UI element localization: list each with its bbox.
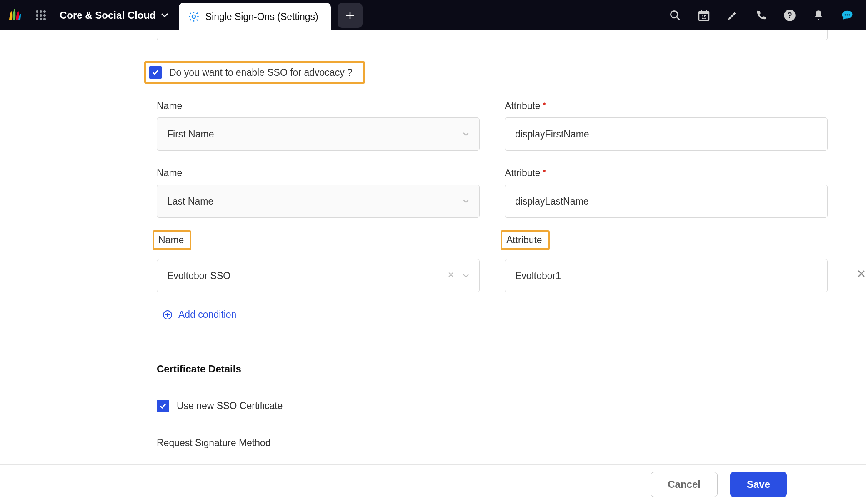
save-label: Save [747,479,770,490]
svg-rect-13 [701,10,702,12]
name-label: Name [157,100,182,112]
previous-field-remnant [157,30,828,40]
svg-point-1 [40,10,42,13]
cancel-label: Cancel [668,479,701,490]
workspace-label: Core & Social Cloud [60,10,156,21]
svg-text:15: 15 [701,15,706,20]
topbar-right: 15 ? [669,9,866,22]
attribute-input-custom[interactable]: Evoltobor1 [505,259,828,292]
use-new-cert-checkbox[interactable] [157,400,169,412]
topbar-left: Core & Social Cloud Single Sign-Ons (Set… [0,0,363,30]
chevron-down-icon [463,274,469,278]
request-signature-label: Request Signature Method [157,437,828,449]
name-select-value: First Name [167,129,214,140]
svg-point-20 [848,14,850,15]
name-select-lastname[interactable]: Last Name [157,185,480,218]
svg-point-3 [36,14,38,17]
tab-label: Single Sign-Ons (Settings) [205,11,318,22]
advocacy-sso-checkbox[interactable] [149,66,162,79]
name-select-value: Last Name [167,196,213,207]
bell-icon[interactable] [813,10,824,21]
attribute-input-lastname[interactable]: displayLastName [505,185,828,218]
chevron-down-icon [463,199,469,203]
name-select-value: Evoltobor SSO [167,270,230,282]
svg-point-18 [844,14,846,15]
attribute-label: Attribute [505,167,543,179]
help-icon[interactable]: ? [783,9,796,22]
svg-point-0 [36,10,38,13]
calendar-icon[interactable]: 15 [698,9,710,22]
mapping-row-1: Name First Name Attribute displayFirstNa… [157,100,828,151]
mapping-row-2: Name Last Name Attribute displayLastName [157,167,828,218]
name-select-custom[interactable]: Evoltobor SSO [157,259,480,292]
svg-text:?: ? [787,11,792,20]
search-icon[interactable] [669,10,681,21]
divider [254,369,828,369]
app-launcher[interactable] [28,0,53,30]
attribute-label-highlight: Attribute [501,230,550,250]
name-select-firstname[interactable]: First Name [157,117,480,151]
add-tab-button[interactable] [338,3,363,28]
attribute-input-firstname[interactable]: displayFirstName [505,117,828,151]
attribute-value: Evoltobor1 [515,270,561,282]
plus-icon [345,10,355,21]
chat-icon[interactable] [841,9,853,22]
chevron-down-icon [161,13,168,18]
use-new-cert-label: Use new SSO Certificate [177,400,283,412]
certificate-section-title: Certificate Details [157,363,241,375]
svg-point-10 [671,11,678,17]
add-condition-label: Add condition [178,309,236,320]
delete-row-button[interactable] [857,269,866,278]
close-icon [857,269,866,278]
mapping-row-3: Name Evoltobor SSO Attribute Evol [157,230,828,292]
use-new-cert-row: Use new SSO Certificate [157,400,828,412]
workspace-switcher[interactable]: Core & Social Cloud [53,10,179,21]
svg-point-5 [43,14,46,17]
gear-icon [188,11,200,22]
apps-grid-icon [35,10,46,21]
attribute-value: displayLastName [515,196,588,207]
tab-sso-settings[interactable]: Single Sign-Ons (Settings) [179,3,331,30]
svg-point-19 [846,14,848,15]
svg-point-6 [36,18,38,20]
sprinklr-logo-icon [6,7,23,24]
svg-point-8 [43,18,46,20]
chevron-down-icon [463,132,469,136]
svg-point-4 [40,14,42,17]
app-logo[interactable] [0,0,28,30]
attribute-label: Attribute [505,100,543,112]
clear-icon[interactable] [448,272,454,280]
phone-icon[interactable] [755,10,767,21]
pencil-icon[interactable] [727,10,738,21]
cancel-button[interactable]: Cancel [651,472,718,497]
add-condition-button[interactable]: Add condition [163,309,236,320]
footer-bar: Cancel Save [0,464,866,504]
svg-point-2 [43,10,46,13]
topbar: Core & Social Cloud Single Sign-Ons (Set… [0,0,866,30]
svg-point-9 [192,15,195,18]
name-label-highlight: Name [153,230,191,250]
svg-rect-14 [706,10,707,12]
plus-circle-icon [163,310,173,320]
advocacy-sso-highlight: Do you want to enable SSO for advocacy ? [144,61,365,84]
content-area: Do you want to enable SSO for advocacy ?… [0,30,866,464]
advocacy-sso-label: Do you want to enable SSO for advocacy ? [169,67,353,78]
save-button[interactable]: Save [730,472,787,497]
name-label: Name [157,167,182,179]
certificate-section-header: Certificate Details [157,363,828,375]
svg-point-7 [40,18,42,20]
attribute-value: displayFirstName [515,129,589,140]
svg-rect-12 [699,12,709,14]
